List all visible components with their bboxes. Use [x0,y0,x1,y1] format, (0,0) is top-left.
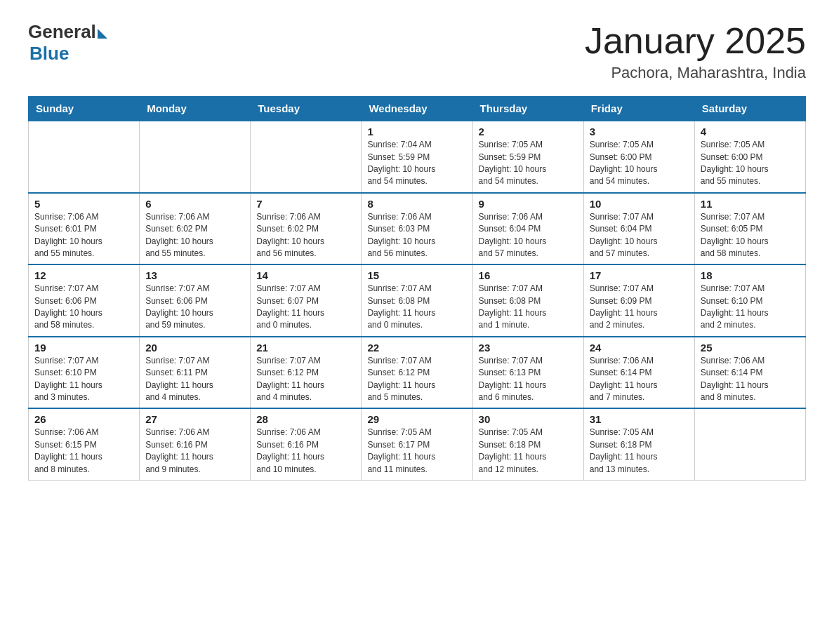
calendar-cell: 20Sunrise: 7:07 AM Sunset: 6:11 PM Dayli… [140,337,251,409]
day-info: Sunrise: 7:07 AM Sunset: 6:04 PM Dayligh… [590,211,689,260]
day-info: Sunrise: 7:06 AM Sunset: 6:16 PM Dayligh… [145,427,244,476]
calendar-cell: 30Sunrise: 7:05 AM Sunset: 6:18 PM Dayli… [472,408,583,480]
day-info: Sunrise: 7:07 AM Sunset: 6:08 PM Dayligh… [367,283,466,332]
day-number: 29 [367,413,466,425]
day-info: Sunrise: 7:06 AM Sunset: 6:16 PM Dayligh… [256,427,355,476]
calendar-cell: 6Sunrise: 7:06 AM Sunset: 6:02 PM Daylig… [140,193,251,265]
week-row-1: 1Sunrise: 7:04 AM Sunset: 5:59 PM Daylig… [29,121,806,193]
day-info: Sunrise: 7:07 AM Sunset: 6:12 PM Dayligh… [367,355,466,404]
day-info: Sunrise: 7:07 AM Sunset: 6:05 PM Dayligh… [701,211,800,260]
col-header-wednesday: Wednesday [362,97,472,121]
calendar-cell [140,121,251,193]
calendar-cell [251,121,362,193]
day-info: Sunrise: 7:07 AM Sunset: 6:09 PM Dayligh… [590,283,689,332]
col-header-monday: Monday [140,97,251,121]
calendar-cell: 17Sunrise: 7:07 AM Sunset: 6:09 PM Dayli… [583,264,694,337]
day-number: 8 [367,198,466,210]
col-header-saturday: Saturday [694,97,805,121]
logo: General Blue [28,21,107,65]
calendar-cell: 9Sunrise: 7:06 AM Sunset: 6:04 PM Daylig… [472,193,583,265]
calendar-table: SundayMondayTuesdayWednesdayThursdayFrid… [28,96,806,481]
logo-triangle-icon [98,29,107,39]
day-number: 10 [590,198,689,210]
calendar-cell: 23Sunrise: 7:07 AM Sunset: 6:13 PM Dayli… [472,337,583,409]
logo-blue-text: Blue [29,43,69,65]
calendar-cell: 16Sunrise: 7:07 AM Sunset: 6:08 PM Dayli… [472,264,583,337]
day-number: 16 [479,269,578,281]
day-number: 7 [256,198,355,210]
day-info: Sunrise: 7:06 AM Sunset: 6:15 PM Dayligh… [34,427,133,476]
calendar-cell: 29Sunrise: 7:05 AM Sunset: 6:17 PM Dayli… [362,408,472,480]
day-number: 24 [590,342,689,354]
day-number: 25 [701,342,800,354]
calendar-cell [694,408,805,480]
day-number: 17 [590,269,689,281]
calendar-cell: 14Sunrise: 7:07 AM Sunset: 6:07 PM Dayli… [251,264,362,337]
day-info: Sunrise: 7:06 AM Sunset: 6:04 PM Dayligh… [479,211,578,260]
day-number: 14 [256,269,355,281]
title-area: January 2025 Pachora, Maharashtra, India [585,21,806,82]
calendar-cell: 21Sunrise: 7:07 AM Sunset: 6:12 PM Dayli… [251,337,362,409]
day-number: 6 [145,198,244,210]
calendar-cell: 25Sunrise: 7:06 AM Sunset: 6:14 PM Dayli… [694,337,805,409]
week-row-2: 5Sunrise: 7:06 AM Sunset: 6:01 PM Daylig… [29,193,806,265]
calendar-cell: 24Sunrise: 7:06 AM Sunset: 6:14 PM Dayli… [583,337,694,409]
day-info: Sunrise: 7:05 AM Sunset: 5:59 PM Dayligh… [479,139,578,188]
calendar-cell: 4Sunrise: 7:05 AM Sunset: 6:00 PM Daylig… [694,121,805,193]
day-number: 3 [590,126,689,137]
day-info: Sunrise: 7:06 AM Sunset: 6:01 PM Dayligh… [34,211,133,260]
day-number: 5 [34,198,133,210]
day-number: 30 [479,413,578,425]
calendar-cell: 12Sunrise: 7:07 AM Sunset: 6:06 PM Dayli… [29,264,140,337]
calendar-subtitle: Pachora, Maharashtra, India [585,64,806,82]
day-info: Sunrise: 7:07 AM Sunset: 6:06 PM Dayligh… [34,283,133,332]
day-number: 21 [256,342,355,354]
day-info: Sunrise: 7:05 AM Sunset: 6:18 PM Dayligh… [590,427,689,476]
day-info: Sunrise: 7:07 AM Sunset: 6:10 PM Dayligh… [34,355,133,404]
calendar-cell: 2Sunrise: 7:05 AM Sunset: 5:59 PM Daylig… [472,121,583,193]
calendar-cell: 3Sunrise: 7:05 AM Sunset: 6:00 PM Daylig… [583,121,694,193]
day-info: Sunrise: 7:06 AM Sunset: 6:02 PM Dayligh… [256,211,355,260]
day-number: 15 [367,269,466,281]
day-number: 18 [701,269,800,281]
col-header-friday: Friday [583,97,694,121]
calendar-cell: 5Sunrise: 7:06 AM Sunset: 6:01 PM Daylig… [29,193,140,265]
calendar-cell: 8Sunrise: 7:06 AM Sunset: 6:03 PM Daylig… [362,193,472,265]
days-header-row: SundayMondayTuesdayWednesdayThursdayFrid… [29,97,806,121]
calendar-cell: 22Sunrise: 7:07 AM Sunset: 6:12 PM Dayli… [362,337,472,409]
day-info: Sunrise: 7:07 AM Sunset: 6:06 PM Dayligh… [145,283,244,332]
calendar-cell: 18Sunrise: 7:07 AM Sunset: 6:10 PM Dayli… [694,264,805,337]
week-row-4: 19Sunrise: 7:07 AM Sunset: 6:10 PM Dayli… [29,337,806,409]
col-header-tuesday: Tuesday [251,97,362,121]
day-info: Sunrise: 7:07 AM Sunset: 6:08 PM Dayligh… [479,283,578,332]
day-info: Sunrise: 7:04 AM Sunset: 5:59 PM Dayligh… [367,139,466,188]
calendar-cell: 19Sunrise: 7:07 AM Sunset: 6:10 PM Dayli… [29,337,140,409]
day-info: Sunrise: 7:05 AM Sunset: 6:00 PM Dayligh… [701,139,800,188]
calendar-cell: 26Sunrise: 7:06 AM Sunset: 6:15 PM Dayli… [29,408,140,480]
calendar-cell: 27Sunrise: 7:06 AM Sunset: 6:16 PM Dayli… [140,408,251,480]
day-number: 9 [479,198,578,210]
day-info: Sunrise: 7:05 AM Sunset: 6:18 PM Dayligh… [479,427,578,476]
col-header-sunday: Sunday [29,97,140,121]
day-info: Sunrise: 7:07 AM Sunset: 6:13 PM Dayligh… [479,355,578,404]
header: General Blue January 2025 Pachora, Mahar… [28,21,806,82]
week-row-5: 26Sunrise: 7:06 AM Sunset: 6:15 PM Dayli… [29,408,806,480]
calendar-title: January 2025 [585,21,806,61]
day-info: Sunrise: 7:06 AM Sunset: 6:14 PM Dayligh… [590,355,689,404]
calendar-cell [29,121,140,193]
calendar-cell: 15Sunrise: 7:07 AM Sunset: 6:08 PM Dayli… [362,264,472,337]
calendar-cell: 31Sunrise: 7:05 AM Sunset: 6:18 PM Dayli… [583,408,694,480]
day-number: 12 [34,269,133,281]
day-info: Sunrise: 7:07 AM Sunset: 6:07 PM Dayligh… [256,283,355,332]
day-number: 1 [367,126,466,137]
day-number: 26 [34,413,133,425]
day-info: Sunrise: 7:06 AM Sunset: 6:14 PM Dayligh… [701,355,800,404]
day-info: Sunrise: 7:07 AM Sunset: 6:11 PM Dayligh… [145,355,244,404]
day-number: 31 [590,413,689,425]
day-info: Sunrise: 7:05 AM Sunset: 6:17 PM Dayligh… [367,427,466,476]
day-number: 28 [256,413,355,425]
day-number: 27 [145,413,244,425]
day-number: 2 [479,126,578,137]
day-number: 22 [367,342,466,354]
col-header-thursday: Thursday [472,97,583,121]
